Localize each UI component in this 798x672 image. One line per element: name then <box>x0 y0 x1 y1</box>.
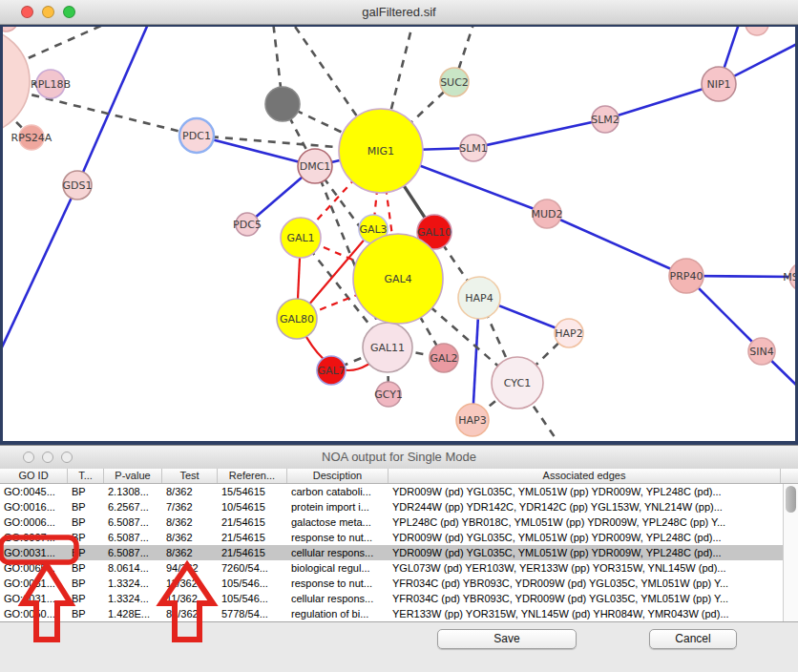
network-node-bigleft[interactable] <box>3 28 30 135</box>
network-node-label: HAP3 <box>458 414 486 427</box>
table-cell: BP <box>68 576 104 591</box>
table-cell: response to nut... <box>287 576 388 591</box>
table-cell: BP <box>68 499 104 514</box>
table-row[interactable]: GO:0031...BP1.3324...11/362105/546...res… <box>0 576 783 591</box>
table-cell: 21/54615 <box>218 545 287 560</box>
minimize-button-inactive[interactable] <box>42 452 53 463</box>
column-header-associated-edges[interactable]: Associated edges <box>388 469 781 483</box>
table-row[interactable]: GO:0016...BP6.2567...7/36210/54615protei… <box>0 499 783 514</box>
column-header-referen-[interactable]: Referen... <box>218 469 287 483</box>
table-cell: GO:0016... <box>0 499 68 514</box>
table-cell: 21/54615 <box>218 514 287 530</box>
table-row[interactable]: GO:0050...BP1.428E...80/3625778/54...reg… <box>0 606 783 621</box>
table-cell: 7260/54... <box>218 560 287 576</box>
network-node-label: GAL1 <box>286 232 314 244</box>
zoom-button[interactable] <box>63 6 75 18</box>
column-header-blank <box>781 469 798 483</box>
network-node-label: SIN4 <box>749 346 773 358</box>
column-header-t-[interactable]: T... <box>68 469 104 483</box>
table-cell: GO:0065... <box>0 560 68 576</box>
network-edge <box>473 119 605 148</box>
table-cell: BP <box>68 606 104 621</box>
table-cell: YPL248C (pd) YBR018C, YML051W (pp) YDR00… <box>388 514 781 530</box>
save-button[interactable]: Save <box>437 629 577 649</box>
table-cell: cellular respons... <box>287 545 388 560</box>
table-cell: 8.0614... <box>104 560 162 576</box>
table-row[interactable]: GO:0031...BP6.5087...8/36221/54615cellul… <box>0 545 783 560</box>
scrollbar-thumb[interactable] <box>786 486 796 513</box>
close-button-inactive[interactable] <box>23 452 34 463</box>
network-node-label: RPS24A <box>11 132 52 144</box>
table-cell: 80/362 <box>162 606 218 621</box>
table-cell: 21/54615 <box>218 530 287 545</box>
table-cell: 5778/54... <box>218 606 287 621</box>
table-row[interactable]: GO:0045...BP2.1308...8/36215/54615carbon… <box>0 484 783 499</box>
network-node-gray1[interactable] <box>265 87 300 121</box>
table-cell: 7/362 <box>162 499 218 514</box>
cancel-button[interactable]: Cancel <box>649 629 737 649</box>
column-header-p-value[interactable]: P-value <box>104 469 162 483</box>
network-node-label: MSI <box>783 271 795 284</box>
column-header-desciption[interactable]: Desciption <box>287 469 388 483</box>
table-row[interactable]: GO:0007...BP6.5087...8/36221/54615respon… <box>0 530 783 545</box>
table-cell: 8/362 <box>162 514 218 530</box>
table-cell: response to nut... <box>287 530 388 545</box>
table-cell: BP <box>68 545 104 560</box>
table-row[interactable]: GO:0031...BP1.3324...11/362105/546...cel… <box>0 591 783 606</box>
network-node-label: HAP4 <box>465 292 493 304</box>
table-row[interactable]: GO:0065...BP8.0614...94/3627260/54...bio… <box>0 560 783 576</box>
column-header-go-id[interactable]: GO ID <box>0 469 68 483</box>
table-cell: protein import i... <box>287 499 388 514</box>
network-node-label: DMC1 <box>300 160 331 173</box>
table-cell: BP <box>68 530 104 545</box>
table-bottom-divider <box>0 621 798 622</box>
table-row[interactable]: GO:0006...BP6.5087...8/36221/54615galact… <box>0 514 783 530</box>
network-node-label: PRP40 <box>670 270 704 283</box>
minimize-button[interactable] <box>42 6 54 18</box>
noa-window-titlebar[interactable]: NOA output for Single Mode <box>0 446 798 470</box>
network-node-label: PDC5 <box>233 219 262 231</box>
table-cell: GO:0031... <box>0 545 68 560</box>
network-canvas[interactable]: RPL18BRPS24AGDS1PDC1DMC1MIG1PDC5SUC2SLM1… <box>0 25 798 445</box>
network-window-title: galFiltered.sif <box>362 5 435 19</box>
network-node-label: RPL18B <box>31 78 71 91</box>
noa-window-title: NOA output for Single Mode <box>322 450 476 464</box>
table-cell: YDR009W (pd) YGL035C, YML051W (pp) YDR00… <box>388 484 781 499</box>
zoom-button-inactive[interactable] <box>61 452 73 463</box>
network-node-label: NIP1 <box>706 78 730 91</box>
table-cell: 8/362 <box>162 530 218 545</box>
close-button[interactable] <box>21 6 33 18</box>
table-cell: carbon cataboli... <box>287 484 388 499</box>
table-cell: YGL073W (pd) YER103W, YER133W (pp) YOR31… <box>388 560 781 576</box>
table-cell: GO:0007... <box>0 530 68 545</box>
network-window-titlebar[interactable]: galFiltered.sif <box>0 0 798 25</box>
table-cell: YFR034C (pd) YBR093C, YDR009W (pd) YGL03… <box>388 591 781 606</box>
table-cell: 105/546... <box>218 591 287 606</box>
network-node-label: CYC1 <box>504 377 531 389</box>
table-cell: BP <box>68 484 104 499</box>
table-cell: 8/362 <box>162 484 218 499</box>
table-cell: biological regul... <box>287 560 388 576</box>
network-node-label: GAL2 <box>430 352 457 365</box>
network-node-label: GAL7 <box>317 365 345 377</box>
column-header-test[interactable]: Test <box>162 469 218 483</box>
network-node-cornertl[interactable] <box>3 27 17 32</box>
table-cell: 105/546... <box>218 576 287 591</box>
network-node-label: MIG1 <box>368 145 394 158</box>
network-node-topright[interactable] <box>746 27 768 35</box>
table-cell: BP <box>68 591 104 606</box>
table-cell: 1.3324... <box>104 576 162 591</box>
table-cell: BP <box>68 514 104 530</box>
vertical-scrollbar[interactable] <box>783 484 798 621</box>
table-header: GO IDT...P-valueTestReferen...Desciption… <box>0 469 798 484</box>
network-edge <box>77 27 149 185</box>
table-cell: BP <box>68 560 104 576</box>
table-cell: YER133W (pp) YOR315W, YNL145W (pd) YHR08… <box>388 606 781 621</box>
table-cell: 8/362 <box>162 545 218 560</box>
network-node-label: GCY1 <box>374 388 403 401</box>
table-cell: 6.2567... <box>104 499 162 514</box>
table-cell: GO:0031... <box>0 576 68 591</box>
table-cell: GO:0050... <box>0 606 68 621</box>
table-cell: YFR034C (pd) YBR093C, YDR009W (pd) YGL03… <box>388 576 781 591</box>
network-node-label: GAL80 <box>280 313 314 326</box>
